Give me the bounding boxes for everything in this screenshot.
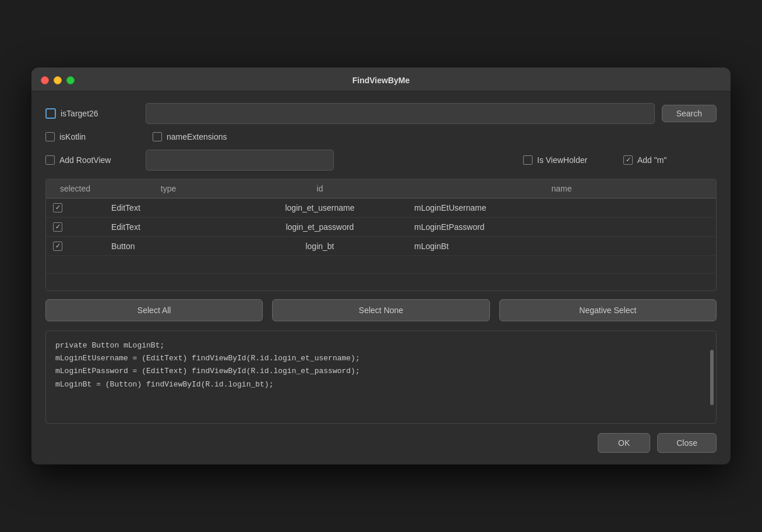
main-window: FindViewByMe isTarget26 Search isKotlin … (31, 68, 731, 465)
col-header-name: name (407, 179, 716, 198)
table-cell-type: Button (104, 236, 232, 256)
close-button[interactable] (41, 76, 49, 84)
addM-text: Add "m" (637, 155, 666, 165)
bottom-buttons-row: OK Close (45, 433, 717, 453)
col-header-selected: selected (46, 179, 104, 198)
table-cell-id: login_et_username (232, 198, 407, 217)
views-table-container: selected type id name EditTextlogin_et_u… (45, 179, 717, 292)
ok-button[interactable]: OK (598, 433, 650, 453)
addM-checkbox[interactable] (623, 155, 633, 165)
views-table: selected type id name EditTextlogin_et_u… (46, 179, 716, 291)
row-rootview-options: Add RootView Is ViewHolder Add "m" (45, 150, 717, 171)
table-header-row: selected type id name (46, 179, 716, 198)
isKotlin-checkbox[interactable] (45, 132, 55, 141)
row-2-checkbox[interactable] (53, 242, 62, 251)
table-row: EditTextlogin_et_passwordmLoginEtPasswor… (46, 217, 716, 236)
code-line-1: private Button mLoginBt; (55, 339, 707, 352)
table-empty-row (46, 273, 716, 290)
row-kotlin-extensions: isKotlin nameExtensions (45, 132, 717, 141)
table-cell-type: EditText (104, 217, 232, 236)
search-text-input[interactable] (146, 103, 655, 124)
isViewHolder-checkbox[interactable] (523, 155, 532, 165)
code-scrollbar[interactable] (710, 350, 714, 405)
nameExtensions-checkbox[interactable] (153, 132, 162, 141)
table-empty-row (46, 256, 716, 273)
negative-select-button[interactable]: Negative Select (499, 299, 717, 321)
addRootView-label[interactable]: Add RootView (45, 155, 139, 165)
content-area: isTarget26 Search isKotlin nameExtension… (31, 91, 731, 465)
isViewHolder-label[interactable]: Is ViewHolder (523, 155, 616, 165)
row-1-checkbox[interactable] (53, 222, 62, 232)
table-cell-selected[interactable] (46, 217, 104, 236)
rootview-text-input[interactable] (146, 150, 334, 171)
maximize-button[interactable] (66, 76, 75, 84)
table-cell-id: login_et_password (232, 217, 407, 236)
isTarget26-text: isTarget26 (61, 109, 98, 118)
col-header-id: id (232, 179, 407, 198)
addM-label[interactable]: Add "m" (623, 155, 717, 165)
isTarget26-checkbox[interactable] (45, 108, 56, 119)
row-target-search: isTarget26 Search (45, 103, 717, 124)
isViewHolder-text: Is ViewHolder (537, 155, 587, 165)
col-header-type: type (104, 179, 232, 198)
addRootView-text: Add RootView (59, 155, 111, 165)
action-buttons-row: Select All Select None Negative Select (45, 299, 717, 321)
addRootView-checkbox[interactable] (45, 155, 55, 165)
code-output-area: private Button mLoginBt; mLoginEtUsernam… (45, 331, 717, 424)
row-0-checkbox[interactable] (53, 203, 62, 212)
table-cell-name: mLoginBt (407, 236, 716, 256)
nameExtensions-label[interactable]: nameExtensions (153, 132, 246, 141)
isKotlin-label[interactable]: isKotlin (45, 132, 139, 141)
isKotlin-text: isKotlin (59, 132, 86, 141)
code-line-4: mLoginEtPassword = (EditText) findViewBy… (55, 365, 707, 378)
select-all-button[interactable]: Select All (45, 299, 263, 321)
table-cell-id: login_bt (232, 236, 407, 256)
table-cell-selected[interactable] (46, 236, 104, 256)
table-row: Buttonlogin_btmLoginBt (46, 236, 716, 256)
table-cell-selected[interactable] (46, 198, 104, 217)
code-line-5: mLoginBt = (Button) findViewById(R.id.lo… (55, 378, 707, 391)
traffic-lights (41, 76, 75, 84)
search-button[interactable]: Search (662, 105, 717, 122)
code-line-3: mLoginEtUsername = (EditText) findViewBy… (55, 352, 707, 365)
table-row: EditTextlogin_et_usernamemLoginEtUsernam… (46, 198, 716, 217)
close-dialog-button[interactable]: Close (657, 433, 717, 453)
window-title: FindViewByMe (352, 76, 410, 85)
table-cell-name: mLoginEtPassword (407, 217, 716, 236)
select-none-button[interactable]: Select None (272, 299, 489, 321)
minimize-button[interactable] (54, 76, 62, 84)
nameExtensions-text: nameExtensions (167, 132, 227, 141)
isTarget26-label[interactable]: isTarget26 (45, 108, 139, 119)
table-cell-type: EditText (104, 198, 232, 217)
table-cell-name: mLoginEtUsername (407, 198, 716, 217)
titlebar: FindViewByMe (31, 68, 731, 91)
